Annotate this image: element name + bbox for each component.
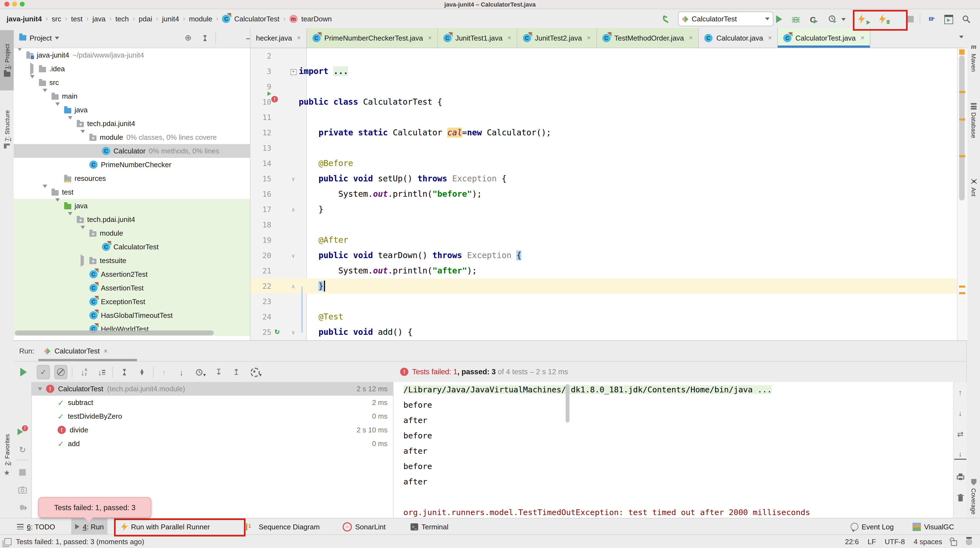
editor-tab[interactable]: CJunitTest2.java× [517,28,597,48]
fold-region-end-icon[interactable]: ∧ [288,283,299,289]
scroll-up-icon[interactable]: ↑ [954,386,966,399]
stripe-mark[interactable] [959,155,965,157]
caret-position[interactable]: 22:6 [845,538,859,546]
line-separator[interactable]: LF [868,538,876,546]
profiler-dropdown-icon[interactable] [840,13,847,25]
stripe-mark[interactable] [959,118,965,121]
locate-icon[interactable]: ⊕ [185,33,192,43]
expander-expanded-icon[interactable] [81,130,85,141]
tool-window-switcher-icon[interactable] [5,538,11,545]
editor-tab[interactable]: CJunitTest1.java× [438,28,517,48]
tree-row[interactable]: tech.pdai.junit4 [14,117,250,130]
project-view-label[interactable]: Project [30,34,52,42]
breadcrumb-item[interactable]: CalculatorTest [234,14,280,23]
inspection-profile-icon[interactable] [966,538,972,545]
run-with-coverage-button[interactable]: C [808,13,820,25]
code-editor[interactable]: 23+import ...910!public class Calculator… [250,48,957,340]
sidebar-item-database[interactable]: Database [967,89,980,152]
close-icon[interactable]: × [428,34,432,42]
close-icon[interactable]: × [587,34,590,42]
code-line[interactable]: 20∨ public void tearDown() throws Except… [250,248,957,263]
tree-row[interactable]: CAssertionTest [14,281,250,295]
fold-region-start-icon[interactable]: ∨ [288,176,299,182]
tree-row[interactable]: CAssertion2Test [14,267,250,281]
code-line[interactable]: 19 @After [250,232,957,248]
tree-row[interactable]: java [14,103,250,117]
sort-by-duration-icon[interactable]: ↓ [95,365,108,379]
code-line[interactable]: 23 [250,294,957,309]
code-line[interactable]: 2 [250,48,957,64]
sidebar-item-structure[interactable]: 7: Structure [0,97,14,162]
bottom-bar-item-event-log[interactable]: Event Log [847,518,897,535]
run-button[interactable] [773,13,785,25]
expand-all-icon[interactable]: ▼▲ [118,365,131,379]
tree-row[interactable]: java [14,199,250,213]
profiler-button[interactable] [827,13,838,25]
toggle-auto-test-button[interactable]: ↻ [16,443,29,456]
breadcrumb-item[interactable]: java-junit4 [6,14,42,23]
sidebar-item-favorites[interactable]: 2: Favorites★ [0,420,14,491]
code-line[interactable]: 11 [250,110,957,125]
run-configuration-select[interactable]: CalculatorTest [678,11,773,26]
code-line[interactable]: 10!public class CalculatorTest { [250,94,957,110]
code-line[interactable]: 9 [250,79,957,94]
scroll-to-end-icon[interactable]: ↓ [954,449,966,460]
expander-expanded-icon[interactable] [68,116,72,128]
show-passed-toggle[interactable]: ✓ [37,365,50,379]
fold-region-start-icon[interactable]: ∨ [288,253,299,258]
test-suite-row[interactable]: !CalculatorTest(tech.pdai.junit4.module)… [31,382,393,396]
tree-row[interactable]: CPrimeNumberChecker [14,158,250,172]
code-line[interactable]: 15∨ public void setUp() throws Exception… [250,171,957,186]
tree-row[interactable]: CHasGlobalTimeoutTest [14,308,250,322]
breadcrumb-item[interactable]: tearDown [301,14,332,23]
breadcrumb-item[interactable]: module [189,14,212,23]
test-row[interactable]: ✓subtract2 ms [31,396,393,409]
editor-tab[interactable]: CTestMethodOrder.java× [597,28,698,48]
sidebar-item-maven[interactable]: mMaven [967,31,980,83]
editor-tab[interactable]: hecker.java× [250,28,307,48]
sidebar-item-ant[interactable]: Ant [967,164,980,210]
expander-expanded-icon[interactable] [56,102,60,114]
breadcrumb-item[interactable]: pdai [139,14,152,23]
run-panel-tab[interactable]: CalculatorTest × [44,347,108,355]
tree-row[interactable]: module [14,226,250,240]
run-with-parallel-runner-button[interactable] [858,13,870,25]
tree-row[interactable]: CExceptionTest [14,295,250,308]
scroll-down-icon[interactable]: ↓ [954,407,966,419]
bottom-bar-item-sonarlint[interactable]: –SonarLint [339,518,390,535]
tree-row[interactable]: resources [14,172,250,185]
run-window-icon[interactable] [943,13,955,25]
stripe-mark[interactable] [959,292,965,294]
code-line[interactable]: 14 @Before [250,156,957,171]
console-scrollbar-thumb[interactable] [566,384,570,423]
horizontal-scrollbar[interactable] [15,330,214,335]
code-line[interactable]: 24 @Test [250,309,957,324]
close-icon[interactable]: × [297,34,301,42]
close-icon[interactable]: × [768,34,772,42]
close-window-button[interactable] [5,2,9,6]
editor-error-stripe[interactable] [957,48,967,340]
bottom-bar-item-visualgc[interactable]: VisualGC [909,518,958,535]
stripe-mark[interactable] [959,286,965,288]
debug-with-parallel-runner-button[interactable] [879,13,891,25]
tree-row[interactable]: test [14,185,250,199]
expander-expanded-icon[interactable] [56,199,60,210]
expander-expanded-icon[interactable] [43,89,47,100]
code-line[interactable]: 17∧ } [250,202,957,217]
tree-row[interactable]: java-junit4~/pdai/www/java-junit4 [14,48,250,62]
close-icon[interactable]: × [103,347,108,355]
sort-alphabetically-icon[interactable]: ↓az [77,365,91,379]
code-line[interactable]: 22∧ } [250,278,957,294]
code-line[interactable]: 12 private static Calculator cal=new Cal… [250,125,957,140]
bottom-bar-item-todo[interactable]: 6: TODO [13,518,59,535]
tree-row[interactable]: testsuite [14,254,250,267]
indent-setting[interactable]: 4 spaces [914,538,942,546]
code-line[interactable]: 21 System.out.println("after"); [250,263,957,278]
expander-expanded-icon[interactable] [43,185,47,196]
test-row[interactable]: ✓add0 ms [31,437,393,451]
console-output[interactable]: /Library/Java/JavaVirtualMachines/jdk1.8… [393,382,953,518]
tree-row[interactable]: CCalculatorTest [14,240,250,254]
export-test-results-icon[interactable]: ↥ [230,365,243,379]
collapse-all-icon[interactable]: ▼▲ [202,35,208,41]
tree-row[interactable]: src [14,76,250,89]
